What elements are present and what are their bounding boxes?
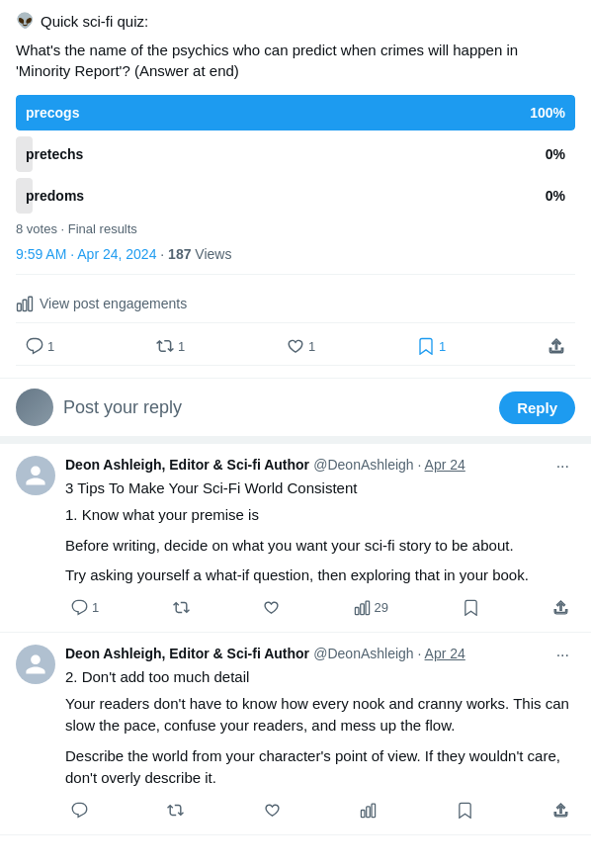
post-timestamp: 9:59 AM · Apr 24, 2024 · 187 Views	[16, 246, 575, 275]
poll-pct-1: 0%	[536, 146, 575, 162]
reply-icon	[26, 337, 43, 355]
reply-count: 1	[47, 339, 54, 354]
tweet-2-reply[interactable]	[65, 798, 94, 823]
poll-option-2: predoms 0%	[16, 178, 575, 214]
heart-icon	[264, 802, 281, 819]
quiz-question: What's the name of the psychics who can …	[16, 40, 575, 81]
tweet-2: Deon Ashleigh, Editor & Sci-fi Author @D…	[0, 633, 591, 835]
svg-rect-2	[29, 297, 33, 310]
heart-icon	[287, 337, 304, 355]
alien-icon: 👽	[16, 12, 35, 30]
tweet-2-like[interactable]	[258, 798, 287, 823]
tweet-1-actions: 1 29	[65, 595, 575, 620]
tweet-2-title: 2. Don't add too much detail	[65, 668, 575, 685]
tweet-1-more[interactable]: ···	[550, 456, 575, 477]
reply-icon	[71, 599, 88, 616]
user-icon	[24, 464, 47, 487]
svg-rect-7	[367, 806, 371, 817]
poll-pct-2: 0%	[536, 188, 575, 204]
tweet-1-header: Deon Ashleigh, Editor & Sci-fi Author @D…	[65, 456, 575, 477]
engagements-row[interactable]: View post engagements	[16, 285, 575, 323]
tweet-2-avatar	[16, 645, 55, 684]
chart-icon	[360, 802, 377, 819]
poll-label-2: predoms	[16, 188, 536, 204]
share-action[interactable]	[538, 331, 575, 361]
poll-options: precogs 100% pretechs 0% predoms 0%	[16, 95, 575, 214]
tweet-1-avatar	[16, 456, 55, 495]
retweet-icon	[156, 337, 174, 355]
tweet-1-handle: @DeonAshleigh · Apr 24	[313, 457, 465, 473]
svg-rect-4	[360, 603, 364, 614]
heart-icon	[263, 599, 280, 616]
action-row: 1 1 1 1	[16, 323, 575, 366]
poll-option-0: precogs 100%	[16, 95, 575, 130]
tweet-2-p1: Your readers don't have to know how ever…	[65, 693, 575, 738]
main-post: 👽 Quick sci-fi quiz: What's the name of …	[0, 0, 591, 379]
reply-compose: Post your reply Reply	[0, 379, 591, 444]
tweet-2-share[interactable]	[547, 798, 575, 823]
tweet-2-retweet[interactable]	[161, 798, 190, 823]
bookmark-icon	[463, 599, 479, 616]
tweet-2-content: Deon Ashleigh, Editor & Sci-fi Author @D…	[65, 645, 575, 823]
tweet-2-actions	[65, 798, 575, 823]
poll-label-1: pretechs	[16, 146, 536, 162]
tweet-1-date[interactable]: Apr 24	[425, 457, 465, 473]
share-icon	[552, 802, 569, 819]
svg-rect-3	[355, 607, 359, 614]
tweet-1-views[interactable]: 29	[348, 595, 394, 620]
tweet-2-header: Deon Ashleigh, Editor & Sci-fi Author @D…	[65, 645, 575, 666]
poll-meta: 8 votes · Final results	[16, 221, 575, 236]
poll-option-1: pretechs 0%	[16, 136, 575, 172]
like-count: 1	[308, 339, 315, 354]
tweet-1-bookmark[interactable]	[457, 595, 485, 620]
tweet-2-handle: @DeonAshleigh · Apr 24	[313, 646, 465, 661]
bookmark-count: 1	[439, 339, 446, 354]
tweet-1-like[interactable]	[257, 595, 286, 620]
reply-icon	[71, 802, 88, 819]
retweet-action[interactable]: 1	[146, 331, 195, 361]
tweet-1-title: 3 Tips To Make Your Sci-Fi World Consist…	[65, 479, 575, 496]
tweet-1: Deon Ashleigh, Editor & Sci-fi Author @D…	[0, 444, 591, 633]
reply-button[interactable]: Reply	[499, 391, 575, 424]
tweet-1-p3: Try asking yourself a what-if question, …	[65, 564, 575, 587]
tweet-2-bookmark[interactable]	[451, 798, 479, 823]
tweet-1-views-count: 29	[375, 600, 388, 615]
svg-rect-6	[362, 810, 366, 817]
poll-pct-0: 100%	[520, 105, 575, 121]
tweet-2-views[interactable]	[354, 798, 382, 823]
tweet-2-p2: Describe the world from your character's…	[65, 745, 575, 790]
tweet-1-reply-count: 1	[92, 600, 99, 615]
tweet-1-content: Deon Ashleigh, Editor & Sci-fi Author @D…	[65, 456, 575, 620]
share-icon	[552, 599, 569, 616]
chart-icon	[354, 599, 371, 616]
tweet-1-retweet[interactable]	[167, 595, 196, 620]
tweet-2-name: Deon Ashleigh, Editor & Sci-fi Author	[65, 646, 309, 661]
timestamp-link[interactable]: 9:59 AM · Apr 24, 2024	[16, 246, 156, 262]
bookmark-action[interactable]: 1	[407, 331, 456, 361]
share-icon	[548, 337, 565, 355]
retweet-icon	[173, 599, 190, 616]
like-action[interactable]: 1	[277, 331, 325, 361]
retweet-icon	[167, 802, 184, 819]
engagements-label: View post engagements	[40, 296, 187, 311]
tweet-1-share[interactable]	[547, 595, 575, 620]
chart-icon	[16, 295, 34, 312]
retweet-count: 1	[178, 339, 185, 354]
svg-rect-0	[18, 304, 22, 311]
reply-action[interactable]: 1	[16, 331, 64, 361]
bookmark-icon	[457, 802, 473, 819]
svg-rect-1	[23, 300, 27, 310]
tweet-1-p1: 1. Know what your premise is	[65, 504, 575, 527]
poll-label-0: precogs	[16, 105, 520, 121]
user-icon	[24, 652, 47, 676]
bookmark-icon	[417, 337, 435, 355]
tweet-2-date[interactable]: Apr 24	[425, 646, 465, 661]
user-avatar	[16, 389, 53, 426]
tweet-1-p2: Before writing, decide on what you want …	[65, 535, 575, 558]
views-count: 187	[168, 246, 191, 262]
reply-input-placeholder[interactable]: Post your reply	[63, 397, 489, 418]
tweet-1-name: Deon Ashleigh, Editor & Sci-fi Author	[65, 457, 309, 473]
tweet-1-reply[interactable]: 1	[65, 595, 105, 620]
views-label: Views	[195, 246, 231, 262]
tweet-2-more[interactable]: ···	[550, 645, 575, 666]
